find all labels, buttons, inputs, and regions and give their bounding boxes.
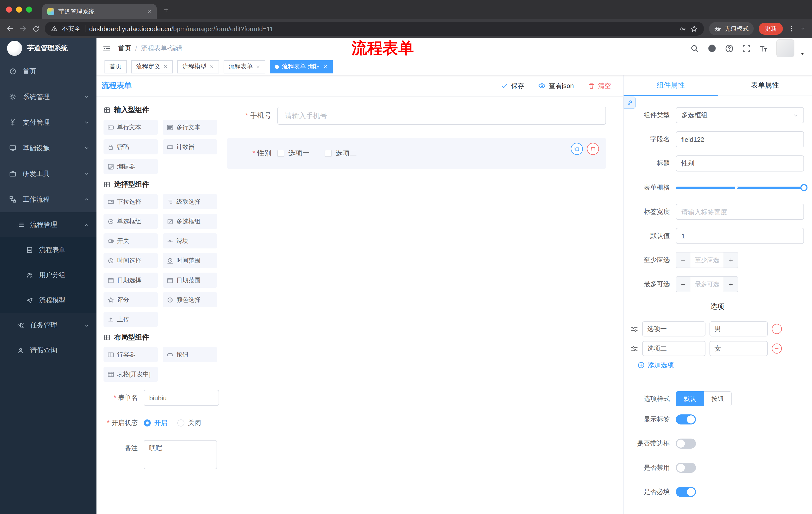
palette-item[interactable]: 多选框组 — [163, 214, 217, 229]
label-width-input[interactable] — [676, 204, 804, 220]
remove-option-button[interactable] — [772, 344, 782, 354]
forward-icon[interactable] — [19, 25, 27, 33]
browser-menu-icon[interactable] — [788, 25, 795, 32]
tag-close-icon[interactable] — [256, 64, 260, 69]
clear-button[interactable]: 清空 — [588, 81, 611, 90]
drag-handle-icon[interactable] — [631, 325, 638, 333]
sidebar-item-user-group[interactable]: 用户分组 — [0, 263, 96, 288]
component-type-select[interactable]: 多选框组 — [676, 107, 804, 123]
option-value-input[interactable] — [709, 321, 768, 336]
palette-item[interactable]: 单选框组 — [104, 214, 158, 229]
palette-item[interactable]: 编辑器 — [104, 159, 158, 174]
palette-item[interactable]: 时间范围 — [163, 253, 217, 268]
remove-option-button[interactable] — [772, 324, 782, 334]
palette-item[interactable]: 日期选择 — [104, 273, 158, 288]
border-toggle[interactable] — [676, 438, 696, 449]
avatar[interactable] — [776, 39, 794, 57]
slider-handle[interactable] — [801, 184, 808, 191]
disabled-toggle[interactable] — [676, 463, 696, 473]
avatar-caret-icon[interactable] — [800, 51, 805, 56]
sidebar-toggle-icon[interactable] — [103, 44, 111, 53]
reload-icon[interactable] — [32, 25, 40, 32]
sidebar-item-process-management[interactable]: 流程管理 — [0, 212, 96, 237]
field-name-input[interactable] — [676, 131, 804, 147]
incognito-badge[interactable]: 无痕模式 — [709, 22, 754, 35]
status-off-radio[interactable]: 关闭 — [177, 418, 201, 428]
palette-item[interactable]: 日期范围 — [163, 273, 217, 288]
copy-component-button[interactable] — [571, 143, 583, 155]
max-select-input[interactable] — [690, 277, 724, 292]
decrease-button[interactable] — [676, 277, 690, 292]
option-label-input[interactable] — [642, 321, 705, 336]
style-default-button[interactable]: 默认 — [676, 391, 704, 406]
palette-item[interactable]: 评分 — [104, 292, 158, 307]
tag-close-icon[interactable] — [209, 64, 214, 69]
remark-textarea[interactable]: 嘿嘿 — [144, 440, 217, 469]
sidebar-item-infrastructure[interactable]: 基础设施 — [0, 135, 96, 161]
palette-item[interactable]: 级联选择 — [163, 194, 217, 209]
tag-close-icon[interactable] — [163, 64, 168, 69]
tag-process-definition[interactable]: 流程定义 — [131, 60, 173, 73]
view-json-button[interactable]: 查看json — [538, 81, 574, 90]
show-label-toggle[interactable] — [676, 414, 696, 425]
browser-tab[interactable]: 芋道管理系统 — [42, 4, 157, 19]
increase-button[interactable] — [724, 277, 737, 292]
url-field[interactable]: 不安全 dashboard.yudao.iocoder.cn/bpm/manag… — [45, 22, 704, 36]
drag-handle-icon[interactable] — [631, 345, 638, 352]
gender-option1-checkbox[interactable]: 选项一 — [278, 149, 310, 158]
tag-home[interactable]: 首页 — [105, 60, 127, 73]
gender-option2-checkbox[interactable]: 选项二 — [325, 149, 357, 158]
help-icon[interactable] — [725, 44, 734, 53]
palette-item[interactable]: 密码 — [104, 139, 158, 154]
link-drawer-button[interactable] — [624, 97, 636, 109]
sidebar-item-home[interactable]: 首页 — [0, 58, 96, 84]
palette-item[interactable]: 表格[开发中] — [104, 367, 158, 382]
palette-item[interactable]: 时间选择 — [104, 253, 158, 268]
palette-item[interactable]: 计数器 — [163, 139, 217, 154]
new-tab-button[interactable] — [163, 6, 169, 13]
security-warning-icon[interactable] — [51, 25, 58, 32]
tag-process-form-edit[interactable]: 流程表单-编辑 — [270, 60, 332, 73]
palette-item[interactable]: 开关 — [104, 233, 158, 248]
palette-item[interactable]: 上传 — [104, 312, 158, 327]
close-window-button[interactable] — [6, 6, 12, 12]
add-option-button[interactable]: 添加选项 — [638, 360, 804, 370]
sidebar-item-process-form[interactable]: 流程表单 — [0, 237, 96, 263]
option-label-input[interactable] — [642, 341, 705, 356]
font-size-icon[interactable] — [759, 44, 768, 53]
search-icon[interactable] — [690, 44, 699, 53]
password-key-icon[interactable] — [679, 25, 686, 32]
style-button-button[interactable]: 按钮 — [704, 391, 732, 406]
sidebar-item-leave-query[interactable]: 请假查询 — [0, 338, 96, 363]
tag-process-form[interactable]: 流程表单 — [224, 60, 265, 73]
bookmark-star-icon[interactable] — [690, 25, 698, 32]
sidebar-item-task-management[interactable]: 任务管理 — [0, 313, 96, 338]
palette-item[interactable]: 下拉选择 — [104, 194, 158, 209]
sidebar-item-workflow[interactable]: 工作流程 — [0, 187, 96, 212]
zoom-window-button[interactable] — [26, 6, 32, 12]
form-name-input[interactable] — [144, 390, 219, 406]
increase-button[interactable] — [724, 252, 737, 268]
decrease-button[interactable] — [676, 252, 690, 268]
sidebar-item-devtools[interactable]: 研发工具 — [0, 161, 96, 187]
tab-form-properties[interactable]: 表单属性 — [718, 76, 812, 96]
sidebar-item-system[interactable]: 系统管理 — [0, 84, 96, 110]
selected-component-gender[interactable]: 性别 选项一 选项二 — [227, 138, 606, 169]
tag-close-icon[interactable] — [323, 64, 328, 69]
tab-component-properties[interactable]: 组件属性 — [624, 76, 718, 96]
palette-item[interactable]: 行容器 — [104, 347, 158, 362]
grid-slider[interactable] — [676, 180, 804, 196]
delete-component-button[interactable] — [587, 143, 599, 155]
back-icon[interactable] — [6, 25, 14, 33]
palette-item[interactable]: 单行文本 — [104, 120, 158, 135]
breadcrumb-home-link[interactable]: 首页 — [118, 44, 131, 53]
minimize-window-button[interactable] — [16, 6, 22, 12]
phone-input[interactable] — [278, 107, 606, 125]
min-select-input[interactable] — [690, 252, 724, 268]
save-button[interactable]: 保存 — [501, 81, 524, 90]
toolbar-chevron-icon[interactable] — [800, 26, 806, 32]
github-icon[interactable] — [707, 44, 717, 53]
title-input[interactable] — [676, 155, 804, 171]
tab-close-icon[interactable] — [147, 9, 152, 14]
palette-item[interactable]: 颜色选择 — [163, 292, 217, 307]
